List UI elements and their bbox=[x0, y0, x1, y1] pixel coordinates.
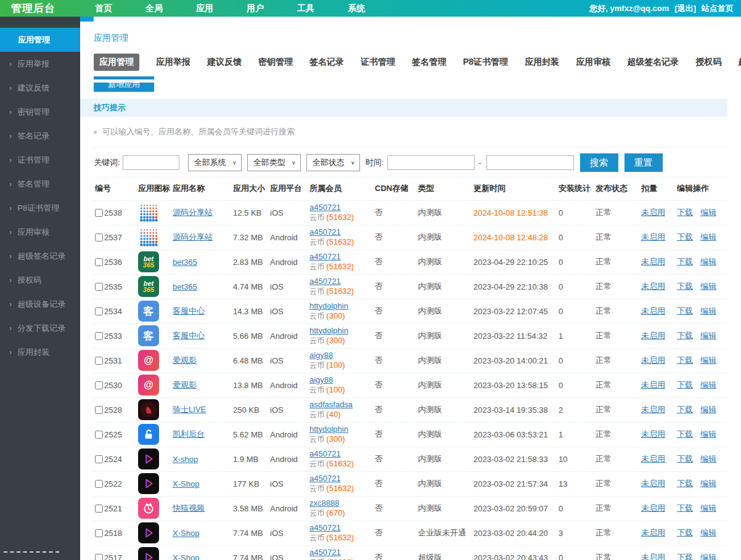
edit-link[interactable]: 编辑 bbox=[700, 257, 716, 266]
logout-link[interactable]: [退出] bbox=[674, 3, 696, 14]
deduct-toggle-link[interactable]: 未启用 bbox=[641, 553, 665, 560]
download-link[interactable]: 下载 bbox=[677, 306, 693, 315]
download-link[interactable]: 下载 bbox=[677, 257, 693, 266]
row-checkbox[interactable] bbox=[95, 406, 103, 414]
app-name-link[interactable]: 爱观影 bbox=[173, 380, 197, 389]
deduct-toggle-link[interactable]: 未启用 bbox=[641, 306, 665, 315]
member-link[interactable]: a450721 bbox=[309, 277, 341, 286]
member-link[interactable]: zxc8888 bbox=[309, 498, 339, 508]
row-checkbox[interactable] bbox=[95, 554, 103, 560]
download-link[interactable]: 下载 bbox=[677, 380, 693, 389]
edit-link[interactable]: 编辑 bbox=[700, 380, 716, 389]
row-checkbox[interactable] bbox=[95, 381, 103, 389]
sidebar-item-13[interactable]: ›分发下载记录 bbox=[0, 316, 80, 340]
edit-link[interactable]: 编辑 bbox=[700, 553, 716, 560]
tab-1[interactable]: 应用管理 bbox=[94, 54, 139, 71]
member-link[interactable]: a450721 bbox=[309, 252, 341, 261]
edit-link[interactable]: 编辑 bbox=[700, 405, 716, 414]
deduct-toggle-link[interactable]: 未启用 bbox=[641, 380, 665, 389]
row-checkbox[interactable] bbox=[95, 332, 103, 340]
member-link[interactable]: aigy88 bbox=[309, 351, 333, 360]
app-name-link[interactable]: X-Shop bbox=[173, 529, 199, 538]
tab-12[interactable]: 授权码 bbox=[695, 57, 721, 68]
time-to-input[interactable] bbox=[486, 155, 574, 170]
deduct-toggle-link[interactable]: 未启用 bbox=[641, 454, 665, 463]
member-link[interactable]: a450721 bbox=[309, 449, 341, 458]
row-checkbox[interactable] bbox=[95, 357, 103, 365]
app-name-link[interactable]: X-Shop bbox=[173, 479, 199, 489]
edit-link[interactable]: 编辑 bbox=[700, 355, 716, 365]
row-checkbox[interactable] bbox=[95, 258, 103, 266]
sidebar-item-2[interactable]: ›应用举报 bbox=[0, 52, 80, 76]
app-name-link[interactable]: 快猫视频 bbox=[173, 503, 205, 513]
app-name-link[interactable]: X-Shop bbox=[173, 553, 199, 560]
tab-11[interactable]: 超级签名记录 bbox=[627, 57, 679, 68]
member-link[interactable]: httydolphin bbox=[309, 424, 348, 434]
deduct-toggle-link[interactable]: 未启用 bbox=[641, 282, 665, 291]
edit-link[interactable]: 编辑 bbox=[700, 232, 716, 241]
download-link[interactable]: 下载 bbox=[677, 479, 693, 488]
sidebar-item-3[interactable]: ›建议反馈 bbox=[0, 76, 80, 100]
type-select[interactable]: 全部类型 ∨ bbox=[247, 154, 301, 171]
keyword-input[interactable] bbox=[123, 155, 179, 170]
app-name-link[interactable]: 凯利后台 bbox=[173, 429, 205, 439]
top-menu-item-6[interactable]: 系统 bbox=[348, 3, 365, 14]
edit-link[interactable]: 编辑 bbox=[700, 479, 716, 488]
download-link[interactable]: 下载 bbox=[677, 405, 693, 414]
edit-link[interactable]: 编辑 bbox=[700, 282, 716, 291]
top-menu-item-2[interactable]: 全局 bbox=[145, 3, 163, 14]
deduct-toggle-link[interactable]: 未启用 bbox=[641, 257, 665, 266]
status-select[interactable]: 全部状态 ∨ bbox=[306, 154, 360, 171]
sidebar-item-5[interactable]: ›签名记录 bbox=[0, 124, 80, 148]
sidebar-item-12[interactable]: ›超级设备记录 bbox=[0, 292, 80, 316]
row-checkbox[interactable] bbox=[95, 233, 103, 241]
download-link[interactable]: 下载 bbox=[677, 454, 693, 463]
deduct-toggle-link[interactable]: 未启用 bbox=[641, 208, 665, 217]
sidebar-item-10[interactable]: ›超级签名记录 bbox=[0, 244, 80, 268]
deduct-toggle-link[interactable]: 未启用 bbox=[641, 528, 665, 537]
tab-10[interactable]: 应用审核 bbox=[576, 57, 610, 68]
row-checkbox[interactable] bbox=[95, 480, 103, 488]
app-name-link[interactable]: 客服中心 bbox=[173, 306, 205, 315]
sidebar-item-1[interactable]: ›应用管理 bbox=[0, 28, 80, 52]
member-link[interactable]: a450721 bbox=[309, 203, 341, 212]
tab-9[interactable]: 应用封装 bbox=[525, 57, 559, 68]
search-button[interactable]: 搜索 bbox=[580, 153, 618, 172]
sidebar-item-11[interactable]: ›授权码 bbox=[0, 268, 80, 292]
edit-link[interactable]: 编辑 bbox=[700, 208, 716, 217]
app-name-link[interactable]: 源码分享站 bbox=[173, 208, 213, 217]
member-link[interactable]: a450721 bbox=[309, 548, 341, 557]
edit-link[interactable]: 编辑 bbox=[700, 331, 716, 340]
app-name-link[interactable]: 源码分享站 bbox=[173, 232, 213, 241]
add-app-button[interactable]: 新增应用 bbox=[94, 76, 154, 92]
tab-2[interactable]: 应用举报 bbox=[156, 57, 190, 68]
tab-4[interactable]: 密钥管理 bbox=[258, 57, 293, 68]
top-menu-item-1[interactable]: 首页 bbox=[95, 3, 112, 14]
app-name-link[interactable]: 客服中心 bbox=[173, 331, 205, 340]
deduct-toggle-link[interactable]: 未启用 bbox=[641, 479, 665, 488]
member-link[interactable]: httydolphin bbox=[309, 326, 348, 335]
download-link[interactable]: 下载 bbox=[677, 553, 693, 560]
deduct-toggle-link[interactable]: 未启用 bbox=[641, 331, 665, 340]
member-link[interactable]: asdfasfadsa bbox=[309, 400, 353, 409]
member-link[interactable]: a450721 bbox=[309, 227, 341, 237]
member-link[interactable]: a450721 bbox=[309, 523, 341, 532]
top-menu-item-3[interactable]: 应用 bbox=[196, 3, 213, 14]
tab-8[interactable]: P8证书管理 bbox=[463, 57, 508, 68]
row-checkbox[interactable] bbox=[95, 307, 103, 315]
tab-5[interactable]: 签名记录 bbox=[309, 57, 344, 68]
deduct-toggle-link[interactable]: 未启用 bbox=[641, 503, 665, 513]
download-link[interactable]: 下载 bbox=[677, 331, 693, 340]
row-checkbox[interactable] bbox=[95, 455, 103, 463]
sidebar-item-7[interactable]: ›签名管理 bbox=[0, 172, 80, 196]
row-checkbox[interactable] bbox=[95, 505, 103, 513]
member-link[interactable]: httydolphin bbox=[309, 301, 348, 310]
row-checkbox[interactable] bbox=[95, 283, 103, 291]
app-name-link[interactable]: bet365 bbox=[173, 282, 197, 291]
app-name-link[interactable]: 爱观影 bbox=[173, 355, 197, 365]
download-link[interactable]: 下载 bbox=[677, 429, 693, 439]
top-menu-item-4[interactable]: 用户 bbox=[247, 3, 264, 14]
deduct-toggle-link[interactable]: 未启用 bbox=[641, 429, 665, 439]
edit-link[interactable]: 编辑 bbox=[700, 306, 716, 315]
download-link[interactable]: 下载 bbox=[677, 528, 693, 537]
